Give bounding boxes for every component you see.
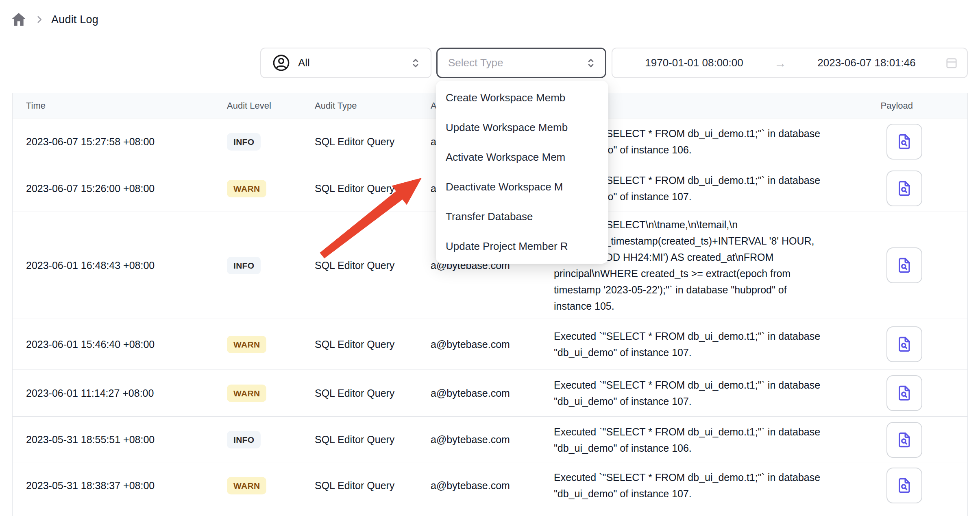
cell-audit-type: SQL Editor Query <box>315 387 431 399</box>
range-arrow-icon: → <box>772 56 789 70</box>
view-payload-button[interactable] <box>886 171 922 206</box>
user-icon <box>272 53 291 72</box>
cell-comment: Executed `"SELECT * FROM db_ui_demo.t1;"… <box>554 377 863 409</box>
col-header-audit-level: Audit Level <box>227 101 315 111</box>
status-badge: INFO <box>227 257 261 274</box>
menu-item-transfer-database[interactable]: Transfer Database <box>436 202 608 232</box>
table-row: 2023-06-01 15:46:40 +08:00 WARN SQL Edit… <box>13 319 967 370</box>
col-header-time: Time <box>13 101 227 111</box>
cell-comment: Executed `"SELECT * FROM db_ui_demo.t1;"… <box>554 328 863 361</box>
cell-audit-type: SQL Editor Query <box>315 434 431 446</box>
cell-actor: a@bytebase.com <box>431 339 542 350</box>
cell-audit-type: SQL Editor Query <box>315 136 431 148</box>
view-payload-button[interactable] <box>886 422 922 458</box>
cell-comment: Executed `"SELECT * FROM db_ui_demo.t1;"… <box>554 424 863 456</box>
date-range-start[interactable]: 1970-01-01 08:00:00 <box>616 57 772 69</box>
file-search-icon <box>895 431 913 449</box>
calendar-icon <box>944 56 959 70</box>
actor-filter-select[interactable]: All <box>260 48 431 78</box>
status-badge: WARN <box>227 180 266 197</box>
cell-time: 2023-06-01 15:46:40 +08:00 <box>13 339 227 350</box>
chevron-updown-icon <box>409 56 422 70</box>
home-icon[interactable] <box>10 11 28 28</box>
col-header-audit-type: Audit Type <box>315 101 431 111</box>
table-row-partial <box>13 508 967 516</box>
cell-audit-type: SQL Editor Query <box>315 480 431 492</box>
filter-bar: All Select Type 1970-01-01 08:00:00 → 20… <box>0 48 980 78</box>
cell-time: 2023-06-01 11:14:27 +08:00 <box>13 387 227 399</box>
file-search-icon <box>895 335 913 353</box>
view-payload-button[interactable] <box>886 326 922 362</box>
cell-time: 2023-06-07 15:27:58 +08:00 <box>13 136 227 148</box>
chevron-updown-icon <box>585 56 597 70</box>
menu-item-update-workspace-member[interactable]: Update Workspace Memb <box>436 113 608 142</box>
type-filter-select[interactable]: Select Type <box>436 48 606 78</box>
status-badge: WARN <box>227 385 266 402</box>
status-badge: WARN <box>227 336 266 353</box>
actor-filter-value: All <box>298 57 402 69</box>
type-filter-placeholder: Select Type <box>448 57 585 69</box>
status-badge: INFO <box>227 431 261 448</box>
col-header-payload: Payload <box>863 101 956 111</box>
type-dropdown-menu: Create Workspace Memb Update Workspace M… <box>436 81 608 264</box>
view-payload-button[interactable] <box>886 468 922 503</box>
cell-time: 2023-05-31 18:38:37 +08:00 <box>13 480 227 492</box>
cell-audit-type: SQL Editor Query <box>315 260 431 271</box>
date-range-picker[interactable]: 1970-01-01 08:00:00 → 2023-06-07 18:01:4… <box>612 48 968 78</box>
view-payload-button[interactable] <box>886 375 922 411</box>
cell-audit-type: SQL Editor Query <box>315 183 431 195</box>
cell-time: 2023-06-07 15:26:00 +08:00 <box>13 183 227 195</box>
menu-item-update-project-member[interactable]: Update Project Member R <box>436 232 608 261</box>
file-search-icon <box>895 256 913 274</box>
breadcrumb: Audit Log <box>10 11 98 28</box>
file-search-icon <box>895 179 913 197</box>
table-row: 2023-05-31 18:38:37 +08:00 WARN SQL Edit… <box>13 463 967 508</box>
file-search-icon <box>895 133 913 151</box>
cell-time: 2023-05-31 18:55:51 +08:00 <box>13 434 227 446</box>
file-search-icon <box>895 384 913 402</box>
date-range-end[interactable]: 2023-06-07 18:01:46 <box>789 57 944 69</box>
menu-item-activate-workspace-member[interactable]: Activate Workspace Mem <box>436 142 608 172</box>
table-row: 2023-06-01 11:14:27 +08:00 WARN SQL Edit… <box>13 370 967 417</box>
status-badge: WARN <box>227 477 266 494</box>
page-title: Audit Log <box>51 13 98 26</box>
status-badge: INFO <box>227 133 261 151</box>
table-row: 2023-05-31 18:55:51 +08:00 INFO SQL Edit… <box>13 417 967 463</box>
cell-actor: a@bytebase.com <box>431 434 542 446</box>
cell-actor: a@bytebase.com <box>431 387 542 399</box>
cell-actor: a@bytebase.com <box>431 480 542 492</box>
view-payload-button[interactable] <box>886 124 922 160</box>
cell-audit-type: SQL Editor Query <box>315 339 431 350</box>
menu-item-deactivate-workspace-member[interactable]: Deactivate Workspace M <box>436 172 608 202</box>
file-search-icon <box>895 477 913 494</box>
menu-item-create-workspace-member[interactable]: Create Workspace Memb <box>436 83 608 113</box>
cell-comment: Executed `"SELECT * FROM db_ui_demo.t1;"… <box>554 469 863 502</box>
view-payload-button[interactable] <box>886 247 922 283</box>
breadcrumb-chevron-icon <box>34 14 45 25</box>
cell-time: 2023-06-01 16:48:43 +08:00 <box>13 260 227 271</box>
